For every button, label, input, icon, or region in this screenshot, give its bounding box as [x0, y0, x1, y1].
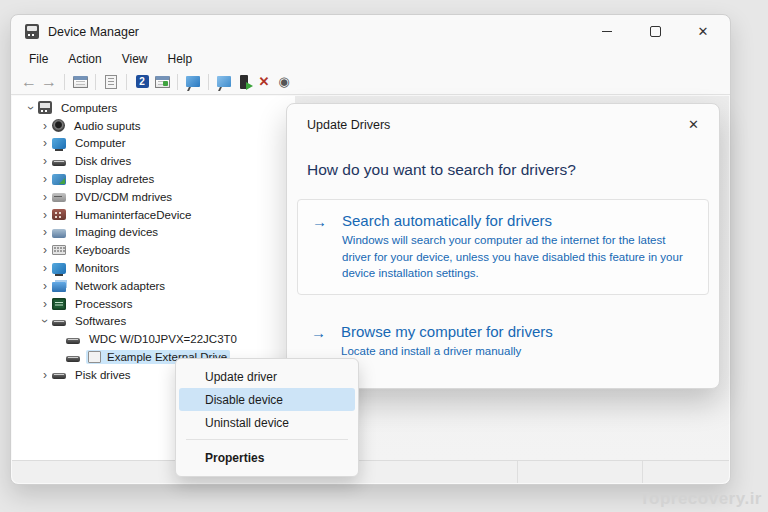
- toolbar-separator: [95, 74, 96, 90]
- toolbar: ←→2✕◉: [11, 69, 730, 95]
- tree-item-processors[interactable]: › Processors: [12, 295, 295, 313]
- chevron-icon[interactable]: ›: [38, 262, 52, 274]
- uninstall-x-icon[interactable]: ✕: [254, 72, 274, 92]
- chevron-icon[interactable]: ›: [38, 280, 52, 292]
- dvd-icon: [52, 193, 66, 202]
- tree-item-label: Computers: [58, 101, 120, 115]
- toolbar-separator: [177, 74, 178, 90]
- tree-item-label: Processors: [72, 297, 136, 311]
- chevron-icon[interactable]: ›: [38, 244, 52, 256]
- disk-icon: [52, 373, 66, 379]
- tree-item-softwares[interactable]: › Softwares: [12, 313, 295, 331]
- disk-icon: [52, 320, 66, 326]
- menu-item-view[interactable]: View: [112, 50, 158, 68]
- forward-arrow-icon[interactable]: →: [39, 72, 59, 92]
- context-menu-item-properties[interactable]: Properties: [179, 446, 355, 469]
- tree-item-display-adretes[interactable]: › Display adretes: [12, 170, 295, 188]
- context-menu-separator: [186, 439, 348, 440]
- tree-item-keyboards[interactable]: › Keyboards: [12, 241, 295, 259]
- tree-item-label: Keyboards: [72, 243, 133, 257]
- chevron-icon[interactable]: ›: [38, 209, 52, 221]
- tree-item-label: Computer: [72, 136, 129, 150]
- tree-item-monitors[interactable]: › Monitors: [12, 259, 295, 277]
- option-title: Browse my computer for drivers: [341, 323, 553, 340]
- tree-item-computer[interactable]: › Computer: [12, 135, 295, 153]
- toolbar-separator: [208, 74, 209, 90]
- chevron-icon[interactable]: ›: [38, 226, 52, 238]
- properties-doc-icon[interactable]: [101, 72, 121, 92]
- menu-item-action[interactable]: Action: [58, 50, 111, 68]
- chevron-icon[interactable]: ›: [38, 191, 52, 203]
- option-title: Search automatically for drivers: [342, 212, 696, 229]
- computer-icon: [38, 101, 52, 114]
- chevron-icon[interactable]: ›: [38, 120, 52, 132]
- tree-item-disk-drives[interactable]: › Disk drives: [12, 152, 295, 170]
- tree-item-audio-suputs[interactable]: › Audio suputs: [12, 117, 295, 135]
- toolbar-separator: [126, 74, 127, 90]
- tree-item-label: Pisk drives: [72, 368, 134, 382]
- scan-hardware-icon[interactable]: [152, 72, 172, 92]
- processor-icon: [52, 298, 66, 310]
- update-driver-icon[interactable]: [234, 72, 254, 92]
- back-arrow-icon[interactable]: ←: [19, 72, 39, 92]
- show-hidden-devices-icon[interactable]: [183, 72, 203, 92]
- minimize-icon[interactable]: [598, 23, 616, 41]
- audio-icon: [52, 119, 65, 132]
- tree-item-network-adapters[interactable]: › Network adapters: [12, 277, 295, 295]
- devices-list-icon[interactable]: [70, 72, 90, 92]
- tree-item-label: Audio suputs: [71, 119, 144, 133]
- window-footer: [12, 460, 729, 483]
- tree-item-label: Imaging devices: [72, 225, 161, 239]
- tree-item-label: Softwares: [72, 314, 129, 328]
- tree-item-label: Disk drives: [72, 154, 134, 168]
- window-title: Device Manager: [48, 25, 139, 39]
- context-menu-item-disable-device[interactable]: Disable device: [179, 388, 355, 411]
- tree-item-imaging-devices[interactable]: › Imaging devices: [12, 224, 295, 242]
- context-menu-item-uninstall-device[interactable]: Uninstall device: [179, 411, 355, 434]
- tree-item-humaninterfacedevice[interactable]: › HumaninterfaceDevice: [12, 206, 295, 224]
- tree-item-label: Network adapters: [72, 279, 168, 293]
- option-description: Windows will search your computer ad the…: [342, 232, 696, 282]
- close-icon[interactable]: ✕: [694, 23, 712, 41]
- chevron-icon[interactable]: ›: [39, 314, 51, 328]
- menu-item-help[interactable]: Help: [158, 50, 203, 68]
- imaging-icon: [52, 229, 66, 238]
- search-devices-icon[interactable]: [214, 72, 234, 92]
- tree-item-label: Display adretes: [72, 172, 157, 186]
- monitor-icon: [52, 263, 66, 274]
- option-description: Locate and install a driver manually: [341, 343, 553, 360]
- chevron-icon[interactable]: ›: [38, 137, 52, 149]
- dialog-heading: How do you want to search for drivers?: [307, 161, 699, 179]
- disable-circle-icon[interactable]: ◉: [274, 72, 294, 92]
- context-menu: Update driverDisable deviceUninstall dev…: [175, 358, 359, 477]
- tree-item-computers[interactable]: › Computers: [12, 99, 295, 117]
- arrow-icon: →: [311, 323, 341, 360]
- display-icon: [52, 174, 66, 185]
- monitor-icon: [52, 138, 66, 149]
- dialog-option-search-automatically-for-drivers[interactable]: → Search automatically for drivers Windo…: [297, 199, 709, 295]
- tree-item-dvd-cdm-mdrives[interactable]: › DVD/CDM mdrives: [12, 188, 295, 206]
- tree-item-label: HumaninterfaceDevice: [72, 208, 194, 222]
- chevron-icon[interactable]: ›: [38, 369, 52, 381]
- disk-icon: [66, 338, 80, 344]
- dialog-title: Update Drivers: [307, 118, 684, 132]
- dialog-options: → Search automatically for drivers Windo…: [297, 199, 709, 372]
- help-icon[interactable]: 2: [132, 72, 152, 92]
- tree-item-wdc-w-d10jpvx-22jc3t0[interactable]: WDC W/D10JPVX=22JC3T0: [12, 330, 295, 348]
- update-drivers-dialog: Update Drivers ✕ How do you want to sear…: [286, 103, 720, 389]
- network-icon: [52, 282, 66, 292]
- maximize-icon[interactable]: [646, 23, 664, 41]
- device-manager-app-icon: [25, 24, 39, 39]
- menu-item-file[interactable]: File: [19, 50, 58, 68]
- chevron-icon[interactable]: ›: [38, 173, 52, 185]
- chevron-icon[interactable]: ›: [25, 101, 37, 115]
- chevron-icon[interactable]: ›: [38, 298, 52, 310]
- footer-divider: [517, 461, 518, 483]
- dialog-header: Update Drivers ✕: [287, 104, 719, 134]
- hid-icon: [52, 209, 66, 220]
- tree-item-label: DVD/CDM mdrives: [72, 190, 175, 204]
- chevron-icon[interactable]: ›: [38, 155, 52, 167]
- dialog-close-icon[interactable]: ✕: [684, 115, 703, 134]
- context-menu-item-update-driver[interactable]: Update driver: [179, 365, 355, 388]
- drive-square-icon: [88, 351, 101, 363]
